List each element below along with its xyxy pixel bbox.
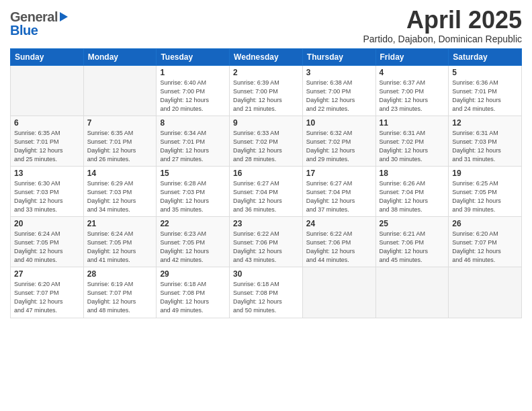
table-row: 4Sunrise: 6:37 AM Sunset: 7:00 PM Daylig… — [375, 65, 449, 116]
table-row — [375, 267, 449, 318]
day-info: Sunrise: 6:19 AM Sunset: 7:07 PM Dayligh… — [87, 280, 153, 315]
col-saturday: Saturday — [449, 48, 522, 65]
day-info: Sunrise: 6:31 AM Sunset: 7:03 PM Dayligh… — [452, 129, 518, 164]
table-row: 24Sunrise: 6:22 AM Sunset: 7:06 PM Dayli… — [302, 217, 375, 267]
day-info: Sunrise: 6:22 AM Sunset: 7:06 PM Dayligh… — [306, 230, 372, 265]
day-info: Sunrise: 6:26 AM Sunset: 7:04 PM Dayligh… — [380, 179, 445, 214]
day-info: Sunrise: 6:20 AM Sunset: 7:07 PM Dayligh… — [14, 280, 80, 315]
table-row: 25Sunrise: 6:21 AM Sunset: 7:06 PM Dayli… — [375, 217, 449, 267]
day-number: 23 — [233, 219, 299, 228]
table-row: 11Sunrise: 6:31 AM Sunset: 7:02 PM Dayli… — [375, 116, 449, 166]
table-row: 8Sunrise: 6:34 AM Sunset: 7:01 PM Daylig… — [157, 116, 230, 166]
logo: General Blue — [10, 7, 68, 38]
day-info: Sunrise: 6:32 AM Sunset: 7:02 PM Dayligh… — [306, 129, 372, 164]
logo-blue-text: Blue — [10, 23, 38, 38]
table-row: 18Sunrise: 6:26 AM Sunset: 7:04 PM Dayli… — [375, 166, 449, 216]
day-number: 21 — [87, 219, 153, 228]
day-info: Sunrise: 6:27 AM Sunset: 7:04 PM Dayligh… — [233, 179, 299, 214]
day-info: Sunrise: 6:22 AM Sunset: 7:06 PM Dayligh… — [233, 230, 299, 265]
col-wednesday: Wednesday — [230, 48, 303, 65]
day-number: 20 — [14, 219, 80, 228]
day-info: Sunrise: 6:30 AM Sunset: 7:03 PM Dayligh… — [14, 179, 80, 214]
logo-arrow-icon — [60, 12, 68, 21]
day-number: 10 — [306, 118, 372, 128]
day-info: Sunrise: 6:28 AM Sunset: 7:03 PM Dayligh… — [160, 179, 226, 214]
calendar-week-row: 6Sunrise: 6:35 AM Sunset: 7:01 PM Daylig… — [11, 116, 522, 166]
table-row — [83, 65, 157, 116]
day-number: 3 — [306, 68, 372, 77]
day-info: Sunrise: 6:39 AM Sunset: 7:00 PM Dayligh… — [233, 79, 299, 113]
day-number: 6 — [14, 118, 80, 128]
day-info: Sunrise: 6:34 AM Sunset: 7:01 PM Dayligh… — [160, 129, 226, 164]
calendar-week-row: 27Sunrise: 6:20 AM Sunset: 7:07 PM Dayli… — [11, 267, 522, 318]
calendar-week-row: 1Sunrise: 6:40 AM Sunset: 7:00 PM Daylig… — [11, 65, 522, 116]
calendar-header-row: Sunday Monday Tuesday Wednesday Thursday… — [11, 48, 522, 65]
day-info: Sunrise: 6:35 AM Sunset: 7:01 PM Dayligh… — [87, 129, 153, 164]
table-row: 29Sunrise: 6:18 AM Sunset: 7:08 PM Dayli… — [157, 267, 230, 318]
table-row: 16Sunrise: 6:27 AM Sunset: 7:04 PM Dayli… — [230, 166, 303, 216]
day-info: Sunrise: 6:21 AM Sunset: 7:06 PM Dayligh… — [380, 230, 445, 265]
table-row — [11, 65, 84, 116]
day-info: Sunrise: 6:36 AM Sunset: 7:01 PM Dayligh… — [452, 79, 518, 113]
col-tuesday: Tuesday — [157, 48, 230, 65]
day-number: 1 — [160, 68, 226, 77]
day-number: 25 — [380, 219, 445, 228]
table-row: 10Sunrise: 6:32 AM Sunset: 7:02 PM Dayli… — [302, 116, 375, 166]
day-number: 27 — [14, 269, 80, 279]
day-number: 8 — [160, 118, 226, 128]
day-number: 19 — [452, 169, 518, 178]
col-thursday: Thursday — [302, 48, 375, 65]
day-info: Sunrise: 6:38 AM Sunset: 7:00 PM Dayligh… — [306, 79, 372, 113]
table-row: 12Sunrise: 6:31 AM Sunset: 7:03 PM Dayli… — [449, 116, 522, 166]
day-info: Sunrise: 6:29 AM Sunset: 7:03 PM Dayligh… — [87, 179, 153, 214]
day-info: Sunrise: 6:24 AM Sunset: 7:05 PM Dayligh… — [14, 230, 80, 265]
day-number: 5 — [452, 68, 518, 77]
day-number: 9 — [233, 118, 299, 128]
day-number: 24 — [306, 219, 372, 228]
title-area: April 2025 Partido, Dajabon, Dominican R… — [363, 7, 522, 44]
table-row: 23Sunrise: 6:22 AM Sunset: 7:06 PM Dayli… — [230, 217, 303, 267]
day-info: Sunrise: 6:33 AM Sunset: 7:02 PM Dayligh… — [233, 129, 299, 164]
day-info: Sunrise: 6:24 AM Sunset: 7:05 PM Dayligh… — [87, 230, 153, 265]
table-row: 1Sunrise: 6:40 AM Sunset: 7:00 PM Daylig… — [157, 65, 230, 116]
table-row: 3Sunrise: 6:38 AM Sunset: 7:00 PM Daylig… — [302, 65, 375, 116]
day-info: Sunrise: 6:27 AM Sunset: 7:04 PM Dayligh… — [306, 179, 372, 214]
table-row — [302, 267, 375, 318]
subtitle: Partido, Dajabon, Dominican Republic — [363, 34, 522, 44]
day-number: 13 — [14, 169, 80, 178]
day-number: 28 — [87, 269, 153, 279]
table-row: 6Sunrise: 6:35 AM Sunset: 7:01 PM Daylig… — [11, 116, 84, 166]
table-row: 22Sunrise: 6:23 AM Sunset: 7:05 PM Dayli… — [157, 217, 230, 267]
day-number: 11 — [380, 118, 445, 128]
day-number: 22 — [160, 219, 226, 228]
day-info: Sunrise: 6:18 AM Sunset: 7:08 PM Dayligh… — [233, 280, 299, 315]
day-number: 18 — [380, 169, 445, 178]
col-friday: Friday — [375, 48, 449, 65]
day-info: Sunrise: 6:18 AM Sunset: 7:08 PM Dayligh… — [160, 280, 226, 315]
table-row: 20Sunrise: 6:24 AM Sunset: 7:05 PM Dayli… — [11, 217, 84, 267]
col-sunday: Sunday — [11, 48, 84, 65]
table-row: 15Sunrise: 6:28 AM Sunset: 7:03 PM Dayli… — [157, 166, 230, 216]
table-row: 30Sunrise: 6:18 AM Sunset: 7:08 PM Dayli… — [230, 267, 303, 318]
day-info: Sunrise: 6:23 AM Sunset: 7:05 PM Dayligh… — [160, 230, 226, 265]
day-number: 29 — [160, 269, 226, 279]
day-number: 14 — [87, 169, 153, 178]
table-row — [449, 267, 522, 318]
table-row: 9Sunrise: 6:33 AM Sunset: 7:02 PM Daylig… — [230, 116, 303, 166]
day-info: Sunrise: 6:40 AM Sunset: 7:00 PM Dayligh… — [160, 79, 226, 113]
calendar-week-row: 13Sunrise: 6:30 AM Sunset: 7:03 PM Dayli… — [11, 166, 522, 216]
table-row: 27Sunrise: 6:20 AM Sunset: 7:07 PM Dayli… — [11, 267, 84, 318]
day-number: 26 — [452, 219, 518, 228]
calendar-week-row: 20Sunrise: 6:24 AM Sunset: 7:05 PM Dayli… — [11, 217, 522, 267]
day-info: Sunrise: 6:37 AM Sunset: 7:00 PM Dayligh… — [380, 79, 445, 113]
table-row: 19Sunrise: 6:25 AM Sunset: 7:05 PM Dayli… — [449, 166, 522, 216]
col-monday: Monday — [83, 48, 157, 65]
header: General Blue April 2025 Partido, Dajabon… — [10, 7, 522, 44]
day-number: 2 — [233, 68, 299, 77]
day-number: 17 — [306, 169, 372, 178]
day-number: 7 — [87, 118, 153, 128]
table-row: 13Sunrise: 6:30 AM Sunset: 7:03 PM Dayli… — [11, 166, 84, 216]
table-row: 28Sunrise: 6:19 AM Sunset: 7:07 PM Dayli… — [83, 267, 157, 318]
day-info: Sunrise: 6:31 AM Sunset: 7:02 PM Dayligh… — [380, 129, 445, 164]
page: General Blue April 2025 Partido, Dajabon… — [0, 0, 532, 411]
